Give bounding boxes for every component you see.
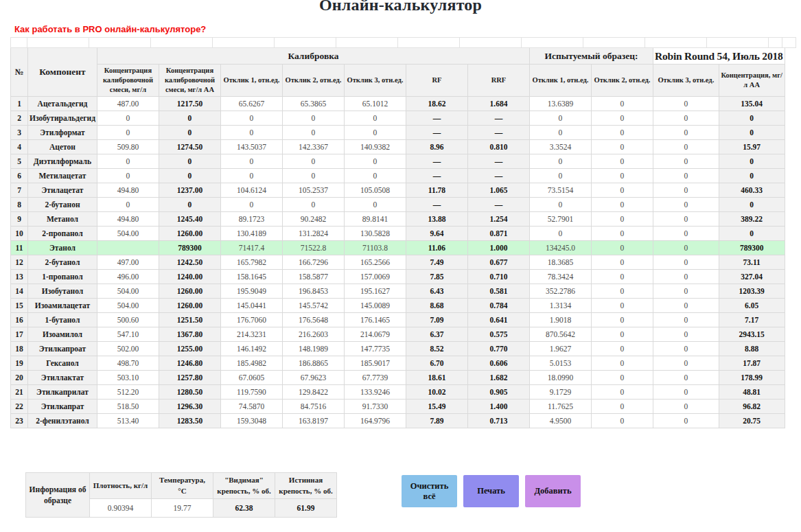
cell-s2[interactable]: 0 [591, 414, 653, 428]
cell-s3[interactable]: 0 [653, 327, 719, 342]
cell-s2[interactable]: 0 [591, 198, 653, 212]
cell-r2[interactable]: 166.7296 [282, 255, 344, 270]
cell-s3[interactable]: 0 [653, 313, 719, 327]
cell-r3[interactable]: 145.0089 [344, 299, 406, 313]
cell-s3[interactable]: 0 [653, 385, 719, 400]
cell-s2[interactable]: 0 [591, 183, 653, 198]
cell-conc[interactable]: 504.00 [97, 227, 159, 241]
cell-s2[interactable]: 0 [591, 356, 653, 371]
cell-r2[interactable]: 0 [282, 111, 344, 126]
cell-conc[interactable]: 494.80 [97, 212, 159, 227]
cell-r1[interactable]: 71417.4 [220, 241, 282, 255]
cell-r1[interactable]: 143.5037 [220, 140, 282, 154]
cell-s3[interactable]: 0 [653, 140, 719, 154]
cell-r1[interactable]: 0 [220, 169, 282, 183]
cell-conc[interactable]: 502.00 [97, 342, 159, 356]
density-field[interactable]: 0.90394 [90, 499, 152, 518]
cell-conc[interactable]: 503.10 [97, 371, 159, 385]
cell-s2[interactable]: 0 [591, 255, 653, 270]
cell-s2[interactable]: 0 [591, 227, 653, 241]
cell-r2[interactable]: 158.5877 [282, 270, 344, 284]
cell-s1[interactable]: 0 [529, 126, 591, 140]
cell-conc[interactable]: 512.20 [97, 385, 159, 400]
cell-s3[interactable]: 0 [653, 342, 719, 356]
cell-s1[interactable]: 870.5642 [529, 327, 591, 342]
cell-s3[interactable]: 0 [653, 97, 719, 111]
cell-r1[interactable]: 119.7590 [220, 385, 282, 400]
cell-r2[interactable]: 67.9623 [282, 371, 344, 385]
cell-r1[interactable]: 195.9049 [220, 284, 282, 299]
cell-s2[interactable]: 0 [591, 111, 653, 126]
print-button[interactable]: Печать [463, 475, 519, 507]
cell-r2[interactable]: 176.5648 [282, 313, 344, 327]
cell-s1[interactable]: 73.5154 [529, 183, 591, 198]
cell-r3[interactable]: 91.7330 [344, 400, 406, 414]
cell-conc[interactable]: 518.50 [97, 400, 159, 414]
cell-r2[interactable]: 129.8422 [282, 385, 344, 400]
cell-s3[interactable]: 0 [653, 111, 719, 126]
cell-s1[interactable]: 18.3685 [529, 255, 591, 270]
cell-conc[interactable]: 487.00 [97, 97, 159, 111]
cell-s1[interactable]: 1.9627 [529, 342, 591, 356]
cell-r1[interactable]: 0 [220, 154, 282, 169]
cell-r2[interactable]: 71522.8 [282, 241, 344, 255]
cell-r3[interactable]: 147.7735 [344, 342, 406, 356]
cell-r1[interactable]: 74.5870 [220, 400, 282, 414]
cell-r1[interactable]: 165.7982 [220, 255, 282, 270]
cell-r2[interactable]: 105.2537 [282, 183, 344, 198]
cell-r2[interactable]: 163.8197 [282, 414, 344, 428]
cell-s3[interactable]: 0 [653, 371, 719, 385]
cell-s1[interactable]: 1.3134 [529, 299, 591, 313]
cell-r2[interactable]: 0 [282, 126, 344, 140]
cell-s3[interactable]: 0 [653, 212, 719, 227]
cell-s3[interactable]: 0 [653, 270, 719, 284]
clear-all-button[interactable]: Очистить всё [402, 475, 457, 507]
cell-s2[interactable]: 0 [591, 126, 653, 140]
cell-conc[interactable]: 498.70 [97, 356, 159, 371]
cell-s1[interactable]: 11.7625 [529, 400, 591, 414]
cell-r3[interactable]: 133.9246 [344, 385, 406, 400]
cell-s2[interactable]: 0 [591, 371, 653, 385]
cell-s2[interactable]: 0 [591, 140, 653, 154]
cell-r1[interactable]: 0 [220, 111, 282, 126]
cell-s1[interactable]: 0 [529, 111, 591, 126]
cell-r1[interactable]: 158.1645 [220, 270, 282, 284]
cell-conc[interactable]: 494.80 [97, 183, 159, 198]
cell-r2[interactable]: 84.7516 [282, 400, 344, 414]
cell-r1[interactable]: 65.6267 [220, 97, 282, 111]
cell-s1[interactable]: 5.0153 [529, 356, 591, 371]
cell-r3[interactable]: 0 [344, 169, 406, 183]
cell-s3[interactable]: 0 [653, 169, 719, 183]
cell-s1[interactable]: 0 [529, 169, 591, 183]
cell-s3[interactable]: 0 [653, 227, 719, 241]
add-button[interactable]: Добавить [525, 475, 581, 507]
cell-conc[interactable]: 0 [97, 154, 159, 169]
cell-r2[interactable]: 142.3367 [282, 140, 344, 154]
cell-r1[interactable]: 145.0441 [220, 299, 282, 313]
cell-conc[interactable]: 509.80 [97, 140, 159, 154]
cell-r1[interactable]: 67.0605 [220, 371, 282, 385]
cell-r1[interactable]: 185.4982 [220, 356, 282, 371]
cell-conc[interactable]: 504.00 [97, 299, 159, 313]
cell-conc[interactable]: 497.00 [97, 255, 159, 270]
cell-s2[interactable]: 0 [591, 169, 653, 183]
help-link[interactable]: Как работать в PRO онлайн-калькуляторе? [14, 24, 206, 34]
cell-r3[interactable]: 0 [344, 154, 406, 169]
cell-s2[interactable]: 0 [591, 154, 653, 169]
cell-s1[interactable]: 3.3524 [529, 140, 591, 154]
cell-r1[interactable]: 159.3048 [220, 414, 282, 428]
cell-r2[interactable]: 186.8865 [282, 356, 344, 371]
cell-r3[interactable]: 65.1012 [344, 97, 406, 111]
temperature-field[interactable]: 19.77 [152, 499, 213, 518]
cell-s1[interactable]: 0 [529, 198, 591, 212]
cell-conc[interactable]: 0 [97, 126, 159, 140]
cell-s2[interactable]: 0 [591, 342, 653, 356]
cell-r2[interactable]: 90.2482 [282, 212, 344, 227]
cell-s1[interactable]: 1.9018 [529, 313, 591, 327]
cell-s2[interactable]: 0 [591, 97, 653, 111]
cell-r2[interactable]: 216.2603 [282, 327, 344, 342]
cell-s1[interactable]: 52.7901 [529, 212, 591, 227]
cell-conc[interactable]: 0 [97, 169, 159, 183]
cell-r3[interactable]: 130.5828 [344, 227, 406, 241]
cell-r3[interactable]: 195.1627 [344, 284, 406, 299]
